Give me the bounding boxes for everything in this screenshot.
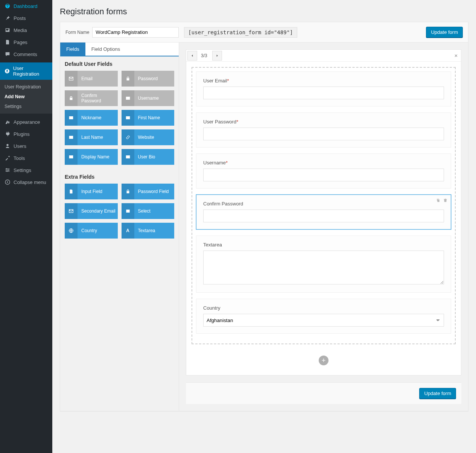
field-chip-label: Textarea bbox=[134, 228, 175, 233]
submenu-settings[interactable]: Settings bbox=[0, 102, 52, 111]
canvas-field-user-password[interactable]: User Password* bbox=[196, 112, 451, 147]
field-chip-label: Secondary Email bbox=[78, 208, 118, 214]
field-chip-label: Nickname bbox=[78, 115, 118, 120]
canvas-field-label: User Email* bbox=[203, 78, 444, 84]
form-name-input[interactable] bbox=[92, 27, 179, 38]
sidebar-item-user-registration[interactable]: User Registration bbox=[0, 62, 52, 80]
sidebar-item-media[interactable]: Media bbox=[0, 24, 52, 36]
field-chip-select[interactable]: Select bbox=[122, 203, 175, 219]
sidebar-item-users[interactable]: Users bbox=[0, 140, 52, 152]
sidebar-item-settings[interactable]: Settings bbox=[0, 164, 52, 176]
field-chip-label: Username bbox=[134, 96, 175, 101]
sidebar-item-plugins[interactable]: Plugins bbox=[0, 128, 52, 140]
lock-icon bbox=[125, 76, 131, 81]
field-chip-email[interactable]: Email bbox=[65, 71, 118, 87]
field-chip-input-field[interactable]: Input Field bbox=[65, 184, 118, 199]
field-chip-last-name[interactable]: Last Name bbox=[65, 129, 118, 145]
card-icon bbox=[125, 96, 131, 101]
media-icon bbox=[4, 27, 11, 33]
settings-icon bbox=[4, 167, 11, 173]
canvas-select[interactable]: Afghanistan bbox=[203, 314, 444, 327]
field-chip-user-bio[interactable]: User Bio bbox=[122, 149, 175, 165]
sidebar-item-label: Posts bbox=[14, 15, 26, 21]
delete-icon[interactable] bbox=[443, 198, 448, 203]
tab-fields[interactable]: Fields bbox=[60, 43, 85, 56]
sidebar-item-dashboard[interactable]: Dashboard bbox=[0, 0, 52, 12]
field-chip-textarea[interactable]: ATextarea bbox=[122, 223, 175, 239]
sidebar-item-pages[interactable]: Pages bbox=[0, 36, 52, 48]
user-reg-icon bbox=[4, 68, 11, 74]
canvas-next-button[interactable] bbox=[212, 51, 222, 61]
sidebar-item-label: Plugins bbox=[14, 131, 30, 137]
fields-panel: Fields Field Options Default User Fields… bbox=[60, 43, 179, 411]
field-chip-first-name[interactable]: First Name bbox=[122, 110, 175, 126]
sidebar-item-label: Tools bbox=[14, 155, 25, 161]
sidebar-item-label: Media bbox=[14, 27, 27, 33]
field-chip-confirm-password[interactable]: Confirm Password bbox=[65, 90, 118, 106]
field-chip-label: Select bbox=[134, 208, 175, 214]
sidebar-item-label: Users bbox=[14, 143, 26, 149]
canvas-field-user-email[interactable]: User Email* bbox=[196, 71, 451, 106]
canvas-field-country[interactable]: CountryAfghanistan bbox=[196, 299, 451, 334]
tab-field-options[interactable]: Field Options bbox=[85, 43, 126, 56]
canvas-textarea[interactable] bbox=[203, 251, 444, 284]
users-icon bbox=[4, 143, 11, 149]
field-chip-nickname[interactable]: Nickname bbox=[65, 110, 118, 126]
canvas-field-textarea[interactable]: Textarea bbox=[196, 236, 451, 293]
submenu-add-new[interactable]: Add New bbox=[0, 92, 52, 102]
dashboard-icon bbox=[4, 3, 11, 9]
admin-sidebar: DashboardPostsMediaPagesCommentsUser Reg… bbox=[0, 0, 52, 453]
card-icon bbox=[125, 115, 131, 120]
update-form-button-bottom[interactable]: Update form bbox=[419, 388, 456, 399]
builder-column: 3/3 × User Email*User Password*Username*… bbox=[179, 43, 468, 411]
card-icon bbox=[68, 115, 74, 120]
sidebar-item-collapse-menu[interactable]: Collapse menu bbox=[0, 176, 52, 188]
field-chip-website[interactable]: Website bbox=[122, 129, 175, 145]
sidebar-item-appearance[interactable]: Appearance bbox=[0, 116, 52, 128]
collapse-icon bbox=[4, 179, 11, 185]
duplicate-icon[interactable] bbox=[436, 198, 441, 203]
sidebar-item-posts[interactable]: Posts bbox=[0, 12, 52, 24]
canvas-text-input[interactable] bbox=[203, 169, 444, 181]
canvas-field-username[interactable]: Username* bbox=[196, 154, 451, 188]
add-row-button[interactable]: + bbox=[319, 356, 328, 365]
canvas-prev-button[interactable] bbox=[187, 51, 197, 61]
shortcode-display[interactable]: [user_registration_form id="489"] bbox=[184, 27, 297, 38]
sidebar-item-label: Appearance bbox=[14, 119, 40, 125]
field-chip-display-name[interactable]: Display Name bbox=[65, 149, 118, 165]
canvas-close-button[interactable]: × bbox=[451, 52, 461, 59]
sidebar-item-tools[interactable]: Tools bbox=[0, 152, 52, 164]
tools-icon bbox=[4, 155, 11, 161]
field-chip-label: Confirm Password bbox=[78, 93, 118, 103]
select-icon bbox=[125, 208, 131, 214]
canvas-field-confirm-password[interactable]: Confirm Password bbox=[196, 195, 451, 230]
canvas-field-label: User Password* bbox=[203, 119, 444, 125]
field-chip-secondary-email[interactable]: Secondary Email bbox=[65, 203, 118, 219]
field-chip-label: Display Name bbox=[78, 154, 118, 160]
sidebar-item-label: Dashboard bbox=[14, 3, 38, 9]
submenu-user-registration[interactable]: User Registration bbox=[0, 82, 52, 92]
sidebar-submenu: User Registration Add New Settings bbox=[0, 80, 52, 114]
field-chip-username[interactable]: Username bbox=[122, 90, 175, 106]
card-icon bbox=[125, 154, 131, 160]
canvas-drop-zone[interactable]: User Email*User Password*Username* Confi… bbox=[192, 67, 456, 344]
canvas-text-input[interactable] bbox=[203, 210, 444, 222]
sidebar-item-comments[interactable]: Comments bbox=[0, 48, 52, 60]
field-chip-label: Input Field bbox=[78, 189, 118, 194]
canvas-text-input[interactable] bbox=[203, 87, 444, 99]
canvas-field-label: Textarea bbox=[203, 242, 444, 248]
lock-icon bbox=[68, 96, 74, 101]
field-chip-label: Country bbox=[78, 228, 118, 233]
field-chip-label: Email bbox=[78, 76, 118, 81]
form-topbar: Form Name [user_registration_form id="48… bbox=[60, 22, 468, 43]
plugin-icon bbox=[4, 131, 11, 137]
field-chip-country[interactable]: Country bbox=[65, 223, 118, 239]
field-chip-password-field[interactable]: Password Field bbox=[122, 184, 175, 199]
update-form-button-top[interactable]: Update form bbox=[426, 27, 463, 38]
field-chip-password[interactable]: Password bbox=[122, 71, 175, 87]
canvas-text-input[interactable] bbox=[203, 128, 444, 140]
pages-icon bbox=[4, 39, 11, 45]
default-fields-heading: Default User Fields bbox=[60, 56, 179, 69]
field-chip-label: Password bbox=[134, 76, 175, 81]
form-name-label: Form Name bbox=[65, 30, 89, 35]
